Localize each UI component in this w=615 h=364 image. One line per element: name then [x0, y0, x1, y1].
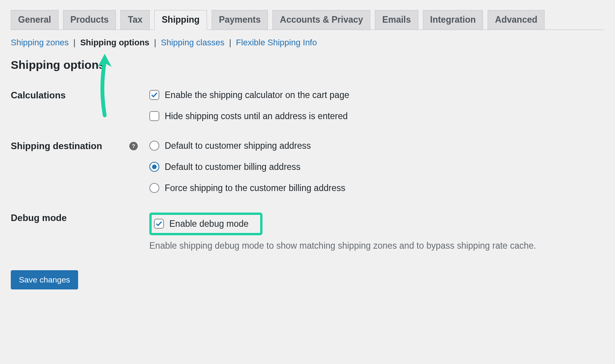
tab-accounts-privacy[interactable]: Accounts & Privacy — [272, 10, 370, 30]
radio-default-shipping[interactable] — [149, 141, 159, 151]
option-enable-calculator-label: Enable the shipping calculator on the ca… — [165, 90, 349, 100]
row-shipping-destination: Shipping destination ? Default to custom… — [11, 141, 604, 193]
save-button[interactable]: Save changes — [11, 270, 78, 289]
option-default-shipping-label: Default to customer shipping address — [165, 141, 311, 151]
label-calculations: Calculations — [11, 90, 149, 101]
page-title: Shipping options — [11, 58, 604, 71]
tab-integration[interactable]: Integration — [423, 10, 483, 30]
option-enable-debug-label: Enable debug mode — [169, 219, 249, 229]
row-calculations: Calculations Enable the shipping calcula… — [11, 90, 604, 121]
tab-payments[interactable]: Payments — [212, 10, 268, 30]
radio-force-billing[interactable] — [149, 183, 159, 193]
option-hide-costs[interactable]: Hide shipping costs until an address is … — [149, 111, 604, 121]
tab-products[interactable]: Products — [63, 10, 116, 30]
option-default-billing-label: Default to customer billing address — [165, 162, 301, 172]
option-default-shipping[interactable]: Default to customer shipping address — [149, 141, 604, 151]
subtab-shipping-options[interactable]: Shipping options — [80, 38, 149, 47]
subtab-shipping-classes[interactable]: Shipping classes — [161, 38, 224, 47]
row-debug-mode: Debug mode Enable debug mode Enable ship… — [11, 213, 604, 251]
subtab-shipping-zones[interactable]: Shipping zones — [11, 38, 69, 47]
checkbox-enable-calculator[interactable] — [149, 90, 159, 100]
tab-general[interactable]: General — [11, 10, 58, 30]
radio-default-billing[interactable] — [149, 162, 159, 172]
sub-tabs: Shipping zones | Shipping options | Ship… — [11, 38, 604, 48]
checkbox-hide-costs[interactable] — [149, 111, 159, 121]
checkbox-enable-debug[interactable] — [154, 219, 164, 229]
help-icon[interactable]: ? — [129, 142, 138, 150]
main-tabs: General Products Tax Shipping Payments A… — [11, 10, 604, 30]
highlight-annotation: Enable debug mode — [149, 213, 262, 235]
option-force-billing-label: Force shipping to the customer billing a… — [165, 183, 345, 193]
separator: | — [74, 38, 76, 47]
separator: | — [154, 38, 156, 47]
tab-tax[interactable]: Tax — [120, 10, 150, 30]
label-shipping-destination: Shipping destination — [11, 141, 102, 151]
option-default-billing[interactable]: Default to customer billing address — [149, 162, 604, 172]
option-force-billing[interactable]: Force shipping to the customer billing a… — [149, 183, 604, 193]
tab-shipping[interactable]: Shipping — [154, 10, 207, 30]
label-debug-mode: Debug mode — [11, 213, 149, 223]
debug-description: Enable shipping debug mode to show match… — [149, 241, 604, 251]
tab-advanced[interactable]: Advanced — [488, 10, 545, 30]
option-enable-calculator[interactable]: Enable the shipping calculator on the ca… — [149, 90, 604, 100]
tab-emails[interactable]: Emails — [375, 10, 418, 30]
subtab-flexible-shipping-info[interactable]: Flexible Shipping Info — [236, 38, 317, 47]
option-hide-costs-label: Hide shipping costs until an address is … — [165, 111, 348, 121]
separator: | — [229, 38, 231, 47]
